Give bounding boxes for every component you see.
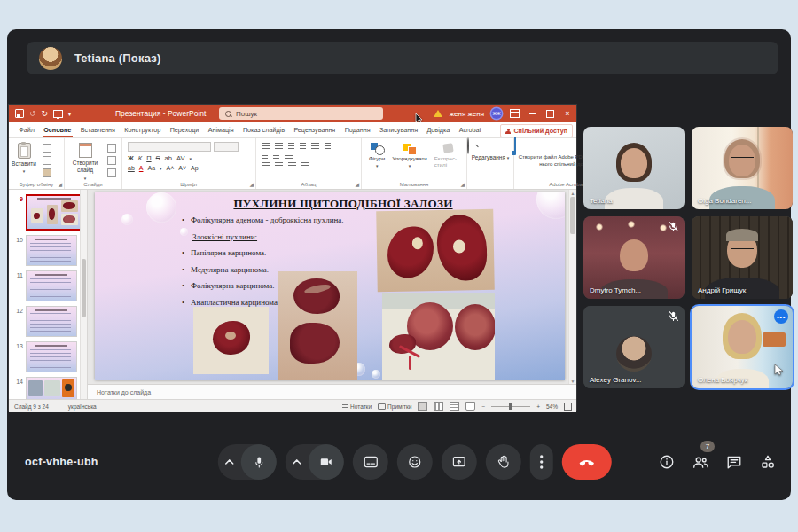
bold-button[interactable]: Ж [128, 154, 134, 162]
mic-options-chevron-icon[interactable] [218, 444, 241, 480]
change-case-button[interactable]: Aa [147, 165, 155, 171]
indent-decrease-icon[interactable] [288, 143, 294, 149]
paragraph-dialog-launcher[interactable]: ◢ [355, 181, 359, 187]
tab-view[interactable]: Подання [340, 122, 374, 137]
slide-area-scrollbar[interactable]: ▲ ▼ [568, 190, 576, 385]
notes-pane[interactable]: Нотатки до слайда [88, 384, 576, 399]
people-button[interactable]: 7 [690, 451, 711, 473]
slide-thumbnail[interactable] [26, 235, 77, 266]
font-color-button[interactable]: А [139, 165, 144, 171]
columns-icon[interactable] [273, 153, 279, 159]
shrink-font-button[interactable]: А˅ [178, 165, 186, 171]
normal-view-icon[interactable] [418, 402, 427, 411]
participant-tile-alexey[interactable]: Alexey Granov... [583, 306, 685, 388]
end-call-button[interactable] [562, 444, 612, 480]
thumbnail-row[interactable]: 10 [12, 235, 87, 266]
new-slide-button[interactable]: Створити слайд▾ [65, 138, 106, 181]
tab-review[interactable]: Рецензування [289, 122, 340, 137]
thumbnail-row[interactable]: 14 [12, 377, 87, 399]
specimen-photo[interactable] [278, 271, 357, 380]
present-screen-button[interactable] [442, 444, 477, 480]
mic-button[interactable] [241, 444, 277, 480]
account-avatar[interactable]: ЖЖ [491, 108, 502, 119]
align-text-icon[interactable] [262, 153, 268, 159]
tab-slideshow[interactable]: Показ слайдів [239, 122, 289, 137]
tab-file[interactable]: Файл [14, 122, 39, 137]
slide-canvas[interactable]: ПУХЛИНИ ЩИТОПОДІБНОЇ ЗАЛОЗИ Фолікулярна … [95, 192, 565, 380]
close-button[interactable]: × [562, 108, 573, 119]
captions-button[interactable] [353, 444, 388, 480]
slide-sorter-view-icon[interactable] [434, 402, 443, 411]
numbering-icon[interactable] [275, 143, 283, 149]
clear-format-button[interactable]: Ap [191, 165, 199, 171]
bullets-icon[interactable] [262, 143, 270, 149]
format-painter-icon[interactable] [43, 168, 51, 177]
raise-hand-button[interactable] [486, 444, 521, 480]
char-spacing-button[interactable]: AV [176, 154, 184, 162]
undo-icon[interactable]: ↺ [29, 109, 36, 118]
comments-toggle[interactable]: Примітки [378, 403, 411, 410]
zoom-slider[interactable] [491, 406, 530, 407]
strikethrough-button[interactable]: S [156, 154, 160, 162]
thumbnail-row[interactable]: 13 [12, 341, 87, 372]
tab-animations[interactable]: Анімація [203, 122, 238, 137]
reading-view-icon[interactable] [450, 402, 459, 411]
zoom-out-button[interactable]: − [481, 403, 485, 410]
slide-thumbnail-current[interactable] [26, 194, 82, 231]
font-name-select[interactable] [128, 142, 211, 152]
underline-button[interactable]: П [146, 154, 151, 162]
cut-icon[interactable] [43, 144, 51, 153]
slide-thumbnail[interactable] [26, 341, 77, 372]
share-access-button[interactable]: Спільний доступ [500, 124, 573, 137]
thumbnail-row[interactable]: 9 [12, 194, 87, 231]
clipboard-dialog-launcher[interactable]: ◢ [58, 181, 62, 187]
align-center-icon[interactable] [275, 162, 283, 168]
thumbnail-row[interactable]: 12 [12, 306, 87, 337]
search-box[interactable]: Пошук [219, 107, 383, 120]
minimize-button[interactable] [527, 108, 537, 119]
zoom-level[interactable]: 54% [546, 403, 558, 410]
quick-styles-button[interactable]: Експрес-стилі [434, 143, 463, 168]
notes-toggle[interactable]: Нотатки [342, 403, 372, 410]
thumbnail-row[interactable]: 11 [12, 270, 87, 301]
layout-icon[interactable] [107, 144, 116, 153]
editing-button[interactable]: Редагування ▾ [467, 138, 513, 160]
slide-thumbnail[interactable] [26, 306, 77, 337]
tab-transitions[interactable]: Переходи [166, 122, 204, 137]
more-options-button[interactable] [530, 444, 553, 480]
zoom-slider-thumb[interactable] [509, 403, 512, 410]
font-dialog-launcher[interactable]: ◢ [249, 181, 254, 187]
copy-icon[interactable] [43, 156, 51, 165]
participant-tile-dmytro[interactable]: Dmytro Tymch... [583, 216, 685, 299]
specimen-photo[interactable] [376, 209, 495, 292]
language-indicator[interactable]: українська [68, 403, 97, 410]
specimen-photo[interactable] [382, 293, 495, 380]
chat-button[interactable] [724, 451, 745, 473]
redo-icon[interactable]: ↻ [42, 109, 49, 118]
align-left-icon[interactable] [262, 162, 270, 168]
qat-customize-icon[interactable]: ▾ [68, 111, 71, 117]
reactions-button[interactable] [397, 444, 433, 480]
font-size-select[interactable] [214, 142, 239, 152]
camera-options-chevron-icon[interactable] [286, 444, 309, 480]
specimen-photo[interactable] [193, 307, 269, 374]
slide-thumbnail[interactable] [26, 270, 77, 301]
reset-icon[interactable] [107, 156, 116, 165]
tab-design[interactable]: Конструктор [120, 122, 165, 137]
meeting-details-button[interactable] [656, 451, 677, 473]
ribbon-display-options-icon[interactable] [509, 108, 520, 119]
zoom-in-button[interactable]: + [536, 403, 540, 410]
tab-home[interactable]: Основне [39, 122, 75, 137]
text-direction-icon[interactable] [325, 143, 331, 149]
grow-font-button[interactable]: А˄ [167, 165, 175, 171]
text-highlight-button[interactable]: ab [128, 165, 135, 171]
tab-recording[interactable]: Записування [375, 122, 422, 137]
slideshow-icon[interactable] [53, 110, 63, 118]
activities-button[interactable] [757, 451, 778, 473]
slideshow-view-icon[interactable] [466, 402, 475, 411]
indent-increase-icon[interactable] [300, 143, 306, 149]
italic-button[interactable]: К [138, 154, 142, 162]
account-name[interactable]: женя женя [450, 110, 484, 118]
drawing-dialog-launcher[interactable]: ◢ [460, 181, 465, 187]
shadow-button[interactable]: ab [165, 154, 172, 162]
